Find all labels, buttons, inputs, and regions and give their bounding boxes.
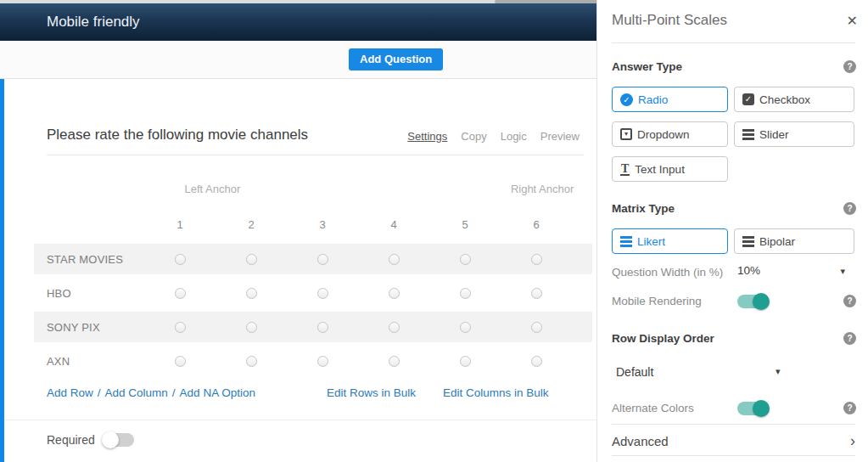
matrix-edit-links: Add Row / Add Column / Add NA Option Edi… — [47, 386, 581, 399]
row-label: SONY PIX — [47, 321, 144, 334]
required-row: Required — [47, 433, 134, 447]
answer-type-label: Answer Type — [612, 60, 682, 73]
required-toggle[interactable] — [104, 433, 134, 447]
tab-settings[interactable]: Settings — [407, 130, 447, 143]
left-anchor-label: Left Anchor — [143, 183, 283, 195]
title-divider — [47, 155, 584, 155]
matrix-row-sony-pix: SONY PIX — [34, 312, 592, 342]
add-column-link[interactable]: Add Column — [105, 386, 168, 399]
likert-bars-icon — [620, 236, 632, 247]
question-width-caret-icon[interactable]: ▾ — [840, 266, 845, 277]
tab-copy[interactable]: Copy — [461, 130, 486, 143]
radio-button[interactable] — [531, 254, 542, 265]
question-width-label: Question Width (in %) — [612, 266, 723, 279]
scale-col-1: 1 — [144, 218, 216, 231]
scale-col-3: 3 — [287, 218, 358, 231]
add-question-button[interactable]: Add Question — [349, 48, 443, 70]
text-input-icon: T — [620, 163, 630, 176]
row-label: AXN — [47, 355, 144, 368]
radio-button[interactable] — [175, 322, 186, 333]
check-circle-icon: ✓ — [620, 93, 633, 106]
question-title: Please rate the following movie channels — [47, 127, 308, 144]
chevron-right-icon: › — [850, 432, 855, 450]
close-icon[interactable]: ✕ — [847, 13, 858, 29]
add-na-option-link[interactable]: Add NA Option — [180, 386, 255, 399]
radio-button[interactable] — [389, 356, 400, 367]
settings-sidebar: Multi-Point Scales ✕ Answer Type ? ✓ Rad… — [596, 0, 868, 462]
survey-title: Mobile friendly — [47, 14, 140, 31]
edit-columns-bulk-link[interactable]: Edit Columns in Bulk — [443, 386, 549, 399]
mobile-rendering-label: Mobile Rendering — [612, 295, 702, 307]
question-width-value[interactable]: 10% — [737, 264, 760, 277]
radio-button[interactable] — [460, 288, 471, 299]
advanced-section[interactable]: Advanced › — [612, 430, 855, 454]
row-display-order-caret-icon[interactable]: ▾ — [776, 366, 781, 377]
tab-preview[interactable]: Preview — [540, 130, 580, 143]
alternate-colors-toggle[interactable] — [737, 402, 768, 415]
radio-button[interactable] — [175, 254, 186, 265]
matrix-type-label: Matrix Type — [612, 202, 675, 215]
bipolar-bars-icon — [742, 236, 754, 247]
scale-header-row: 1 2 3 4 5 6 — [34, 215, 592, 234]
answer-type-radio[interactable]: ✓ Radio — [612, 87, 728, 112]
radio-button[interactable] — [389, 288, 400, 299]
radio-button[interactable] — [460, 356, 471, 367]
anchor-row: Left Anchor Right Anchor — [34, 179, 592, 198]
help-icon[interactable]: ? — [843, 202, 856, 215]
mobile-rendering-toggle[interactable] — [737, 295, 768, 308]
radio-button[interactable] — [317, 254, 328, 265]
scale-col-4: 4 — [358, 218, 429, 231]
required-label: Required — [47, 433, 95, 447]
add-question-toolbar: Add Question — [0, 41, 596, 79]
radio-button[interactable] — [246, 356, 257, 367]
radio-button[interactable] — [389, 254, 400, 265]
tab-logic[interactable]: Logic — [501, 130, 527, 143]
radio-button[interactable] — [317, 288, 328, 299]
scale-col-6: 6 — [501, 218, 572, 231]
radio-button[interactable] — [317, 322, 328, 333]
matrix-type-bipolar[interactable]: Bipolar — [734, 228, 854, 254]
help-icon[interactable]: ? — [843, 60, 856, 73]
help-icon[interactable]: ? — [843, 295, 856, 307]
question-card: Please rate the following movie channels… — [0, 79, 596, 462]
help-icon[interactable]: ? — [843, 402, 856, 414]
scale-col-5: 5 — [429, 218, 501, 231]
help-icon[interactable]: ? — [843, 332, 856, 345]
alternate-colors-label: Alternate Colors — [612, 402, 694, 414]
add-row-link[interactable]: Add Row — [47, 386, 93, 399]
row-label: HBO — [47, 287, 144, 300]
radio-button[interactable] — [460, 254, 471, 265]
matrix-row-hbo: HBO — [34, 278, 592, 308]
radio-button[interactable] — [175, 288, 186, 299]
scale-col-2: 2 — [216, 218, 287, 231]
right-anchor-label: Right Anchor — [492, 183, 592, 195]
question-tabs: Settings Copy Logic Preview — [407, 130, 580, 143]
row-display-order-label: Row Display Order — [612, 332, 714, 345]
matrix-row-star-movies: STAR MOVIES — [34, 244, 592, 274]
answer-type-text-input[interactable]: T Text Input — [612, 156, 728, 182]
answer-type-dropdown[interactable]: ▾ Dropdown — [612, 121, 728, 147]
edit-rows-bulk-link[interactable]: Edit Rows in Bulk — [327, 386, 416, 399]
answer-type-slider[interactable]: Slider — [734, 121, 854, 147]
radio-button[interactable] — [531, 322, 542, 333]
radio-button[interactable] — [531, 288, 542, 299]
radio-button[interactable] — [246, 322, 257, 333]
row-display-order-value[interactable]: Default — [616, 365, 653, 379]
slider-bars-icon — [742, 129, 754, 140]
dropdown-square-icon: ▾ — [620, 128, 632, 140]
radio-button[interactable] — [531, 356, 542, 367]
matrix-type-likert[interactable]: Likert — [612, 228, 728, 254]
row-label: STAR MOVIES — [47, 253, 144, 266]
radio-button[interactable] — [246, 288, 257, 299]
footer-divider — [4, 420, 596, 420]
radio-button[interactable] — [175, 356, 186, 367]
matrix-row-axn: AXN — [34, 346, 592, 376]
radio-button[interactable] — [460, 322, 471, 333]
survey-header: Mobile friendly — [0, 3, 596, 41]
radio-button[interactable] — [317, 356, 328, 367]
check-square-icon: ✓ — [742, 93, 754, 105]
radio-button[interactable] — [389, 322, 400, 333]
answer-type-checkbox[interactable]: ✓ Checkbox — [734, 87, 854, 112]
advanced-label: Advanced — [612, 434, 669, 448]
radio-button[interactable] — [246, 254, 257, 265]
